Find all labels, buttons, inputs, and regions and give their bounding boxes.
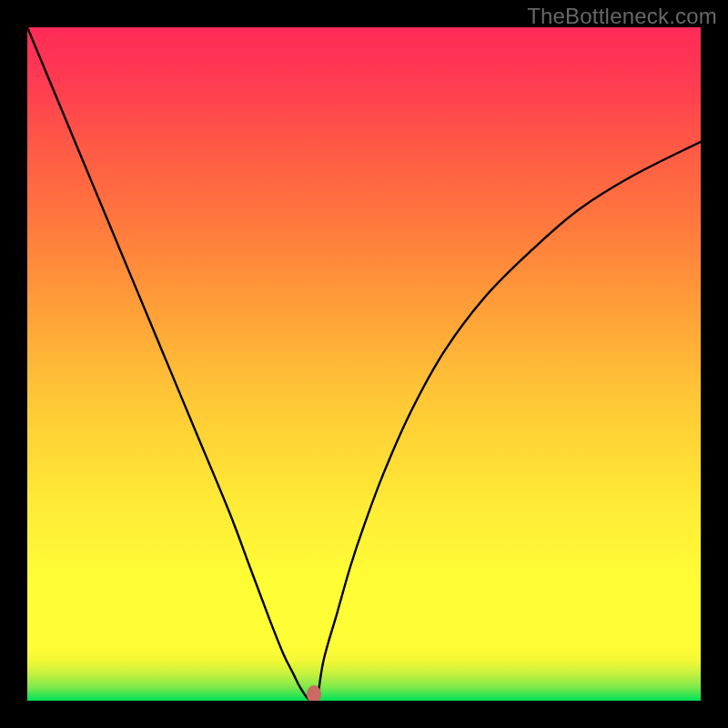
- watermark-text: TheBottleneck.com: [527, 4, 717, 29]
- plot-area: [27, 27, 701, 701]
- chart-frame: TheBottleneck.com: [0, 0, 728, 728]
- bottleneck-curve: [27, 27, 701, 701]
- vertex-marker-icon: [307, 685, 321, 701]
